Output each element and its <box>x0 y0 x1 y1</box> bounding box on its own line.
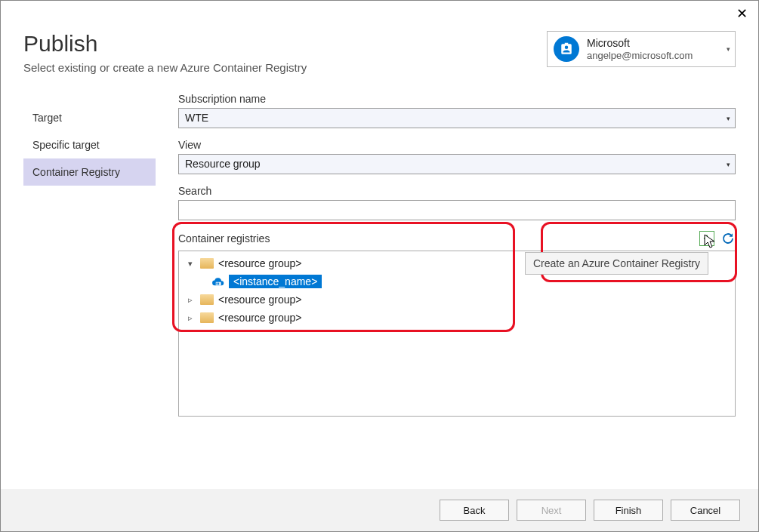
chevron-down-icon: ▾ <box>727 161 730 168</box>
account-org: Microsoft <box>587 37 693 50</box>
folder-icon <box>200 258 214 269</box>
svg-rect-1 <box>217 283 218 285</box>
folder-icon <box>200 312 214 323</box>
back-button[interactable]: Back <box>440 500 509 521</box>
badge-icon <box>554 36 579 62</box>
view-label: View <box>178 139 736 151</box>
expander-icon[interactable]: ▹ <box>185 313 196 323</box>
chevron-down-icon: ▾ <box>727 45 730 53</box>
account-switcher[interactable]: Microsoft angelpe@microsoft.com ▾ <box>547 31 736 67</box>
step-specific-target[interactable]: Specific target <box>23 131 156 158</box>
svg-rect-2 <box>218 283 220 285</box>
tree-node-resource-group[interactable]: ▹ <resource group> <box>179 291 735 309</box>
folder-icon <box>200 294 214 305</box>
create-registry-tooltip: Create an Azure Container Registry <box>525 252 708 275</box>
step-target[interactable]: Target <box>23 104 156 131</box>
close-icon[interactable]: ✕ <box>736 5 748 22</box>
cancel-button[interactable]: Cancel <box>671 500 740 521</box>
expander-icon[interactable]: ▾ <box>185 259 196 269</box>
refresh-icon[interactable] <box>720 231 736 246</box>
subscription-value: WTE <box>185 112 208 124</box>
tree-node-label: <instance_name> <box>229 275 322 288</box>
chevron-down-icon: ▾ <box>727 115 730 122</box>
dialog-footer: Back Next Finish Cancel <box>1 489 758 531</box>
publish-dialog: ✕ Publish Select existing or create a ne… <box>0 0 759 532</box>
finish-button[interactable]: Finish <box>594 500 663 521</box>
wizard-steps: Target Specific target Container Registr… <box>23 89 156 417</box>
tree-node-label: <resource group> <box>218 312 302 324</box>
tree-node-label: <resource group> <box>218 294 302 306</box>
tree-node-resource-group[interactable]: ▹ <resource group> <box>179 309 735 327</box>
page-title: Publish <box>23 31 307 57</box>
subscription-dropdown[interactable]: WTE ▾ <box>178 108 736 128</box>
page-subtitle: Select existing or create a new Azure Co… <box>23 61 307 74</box>
account-email: angelpe@microsoft.com <box>587 50 693 62</box>
search-input[interactable] <box>178 200 736 220</box>
container-registries-label: Container registries <box>178 232 270 244</box>
next-button: Next <box>517 500 586 521</box>
create-registry-button[interactable]: + <box>699 231 714 246</box>
tree-node-label: <resource group> <box>218 257 302 269</box>
registries-tree[interactable]: ▾ <resource group> <instance_name> ▹ <re… <box>178 251 736 417</box>
view-value: Resource group <box>185 158 261 170</box>
tree-node-instance[interactable]: <instance_name> <box>179 272 735 291</box>
search-label: Search <box>178 185 736 197</box>
view-dropdown[interactable]: Resource group ▾ <box>178 154 736 174</box>
registry-icon <box>211 276 224 287</box>
step-container-registry[interactable]: Container Registry <box>23 158 156 186</box>
subscription-label: Subscription name <box>178 93 736 105</box>
expander-icon[interactable]: ▹ <box>185 295 196 305</box>
